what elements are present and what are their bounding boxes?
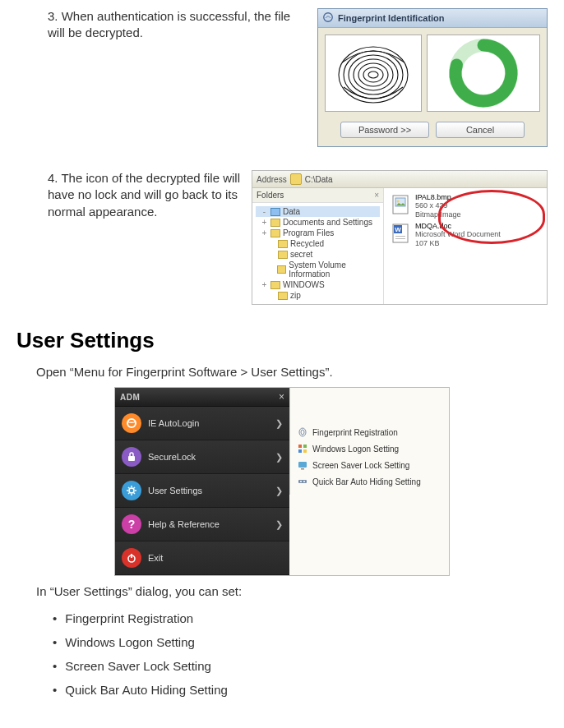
menu-item-user-settings[interactable]: User Settings ❯: [115, 474, 289, 508]
file-item[interactable]: W MDQA.doc Microsoft Word Document 107 K…: [387, 220, 543, 249]
list-item: Screen Saver Lock Setting: [53, 654, 548, 678]
tree-label: secret: [290, 250, 312, 259]
svg-point-40: [303, 481, 305, 482]
svg-point-6: [363, 67, 383, 82]
svg-point-5: [358, 63, 388, 86]
svg-point-3: [349, 55, 398, 94]
menu-label: SecureLock: [148, 452, 196, 462]
submenu-item[interactable]: Screen Saver Lock Setting: [295, 457, 444, 473]
menu-label: User Settings: [148, 486, 202, 495]
file-item[interactable]: IPAL8.bmp 560 x 439 Bitmap Image: [387, 191, 543, 220]
cancel-button[interactable]: Cancel: [436, 122, 525, 138]
menu-item-securelock[interactable]: SecureLock ❯: [115, 440, 289, 474]
submenu-item[interactable]: Windows Logon Setting: [295, 440, 444, 457]
tree-item[interactable]: Recycled: [256, 238, 380, 249]
folder-icon: [278, 240, 288, 248]
folder-icon: [277, 265, 286, 274]
tree-label: WINDOWS: [283, 280, 325, 289]
folders-label: Folders: [257, 191, 284, 200]
svg-rect-32: [298, 445, 302, 448]
section-heading: User Settings: [16, 328, 548, 353]
dialog-titlebar: Fingerprint Identification: [318, 9, 547, 28]
svg-line-27: [134, 487, 135, 488]
menu-label: Help & Reference: [148, 519, 220, 529]
submenu: Fingerprint Registration Windows Logon S…: [289, 388, 449, 575]
step-4-num: 4.: [48, 171, 58, 185]
chevron-right-icon: ❯: [275, 418, 283, 429]
submenu-label: Quick Bar Auto Hiding Setting: [312, 477, 421, 486]
power-icon: [122, 548, 141, 568]
address-value: C:\Data: [305, 175, 333, 184]
fingerprint-dialog: Fingerprint Identification: [317, 8, 548, 147]
ie-icon: [122, 413, 141, 433]
svg-text:W: W: [395, 226, 401, 233]
help-icon: ?: [122, 514, 141, 534]
menu-label: Exit: [148, 553, 163, 563]
svg-rect-38: [298, 480, 307, 483]
tree-label: zip: [290, 291, 301, 300]
files-pane: IPAL8.bmp 560 x 439 Bitmap Image W MDQA.…: [384, 188, 547, 304]
svg-rect-36: [298, 462, 307, 468]
folder-icon: [278, 251, 288, 259]
chevron-right-icon: ❯: [275, 519, 283, 530]
chevron-right-icon: ❯: [275, 486, 283, 496]
tree-item[interactable]: secret: [256, 249, 380, 260]
svg-point-2: [344, 51, 403, 99]
tree-item[interactable]: zip: [256, 290, 380, 301]
menu-item-help[interactable]: ? Help & Reference ❯: [115, 508, 289, 541]
folder-icon: [290, 173, 302, 185]
explorer-window: Address C:\Data Folders × - Data: [252, 170, 548, 305]
close-icon[interactable]: ×: [374, 191, 379, 200]
svg-point-11: [397, 200, 400, 203]
tree-label: Documents and Settings: [283, 218, 372, 227]
menu-label: IE AutoLogin: [148, 418, 199, 428]
step-3: 3. When authentication is successful, th…: [16, 8, 548, 147]
file-meta-1: Microsoft Word Document: [415, 230, 501, 238]
step-4: 4. The icon of the decrypted file will h…: [16, 170, 548, 305]
folder-icon: [270, 208, 280, 216]
adm-label: ADM: [120, 393, 140, 402]
svg-line-25: [134, 493, 135, 494]
word-file-icon: W: [389, 222, 412, 245]
menu-screenshot: ADM × IE AutoLogin ❯ SecureLock ❯: [114, 387, 450, 576]
menu-item-exit[interactable]: Exit: [115, 541, 289, 575]
address-bar: Address C:\Data: [252, 171, 547, 188]
svg-point-4: [354, 59, 393, 90]
svg-rect-16: [395, 238, 405, 239]
dialog-text: In “User Settings” dialog, you can set:: [16, 583, 548, 600]
menu-item-ie-autologin[interactable]: IE AutoLogin ❯: [115, 407, 289, 440]
step-3-text: 3. When authentication is successful, th…: [16, 8, 317, 42]
tree-item[interactable]: + WINDOWS: [256, 279, 380, 290]
svg-rect-33: [303, 445, 307, 448]
svg-point-7: [368, 71, 378, 78]
svg-rect-37: [301, 468, 304, 470]
password-button[interactable]: Password >>: [340, 122, 429, 138]
file-meta-2: 107 KB: [415, 239, 501, 247]
file-meta-2: Bitmap Image: [415, 210, 461, 219]
tree-item[interactable]: System Volume Information: [256, 260, 380, 279]
folder-icon: [278, 292, 288, 300]
close-icon[interactable]: ×: [279, 391, 284, 403]
fingerprint-preview: [325, 35, 422, 112]
file-name: MDQA.doc: [415, 222, 501, 230]
submenu-item[interactable]: Fingerprint Registration: [295, 424, 444, 440]
tree-item[interactable]: - Data: [256, 206, 380, 217]
folder-icon: [270, 229, 280, 237]
svg-rect-34: [298, 449, 302, 453]
step-3-body: When authentication is successful, the f…: [48, 9, 290, 39]
step-4-text: 4. The icon of the decrypted file will h…: [16, 170, 252, 220]
svg-line-26: [128, 493, 129, 494]
quickbar-icon: [297, 476, 308, 487]
svg-point-31: [301, 430, 304, 435]
tree-item[interactable]: + Program Files: [256, 228, 380, 238]
folder-icon: [270, 281, 280, 289]
tree-label: Data: [283, 207, 300, 216]
tree-label: System Volume Information: [289, 260, 380, 279]
submenu-item[interactable]: Quick Bar Auto Hiding Setting: [295, 473, 444, 490]
fingerprint-small-icon: [297, 426, 308, 438]
submenu-label: Screen Saver Lock Setting: [312, 461, 409, 470]
gear-icon: [122, 481, 141, 500]
tree-label: Program Files: [283, 228, 334, 237]
tree-item[interactable]: + Documents and Settings: [256, 217, 380, 228]
step-4-body: The icon of the decrypted file will have…: [48, 171, 240, 219]
